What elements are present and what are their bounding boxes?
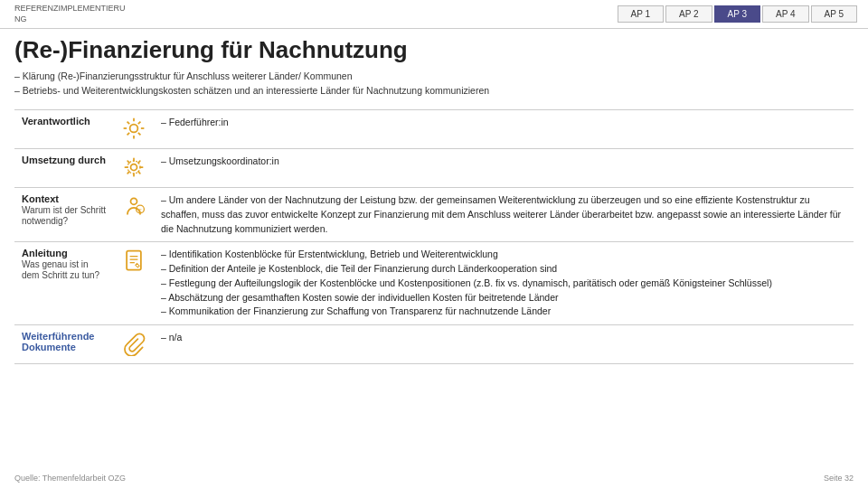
row-content: – Federführer:in bbox=[154, 110, 854, 149]
table-row: Weiterführende Dokumente – n/a bbox=[14, 325, 854, 364]
list-item: Festlegung der Aufteilungslogik der Kost… bbox=[161, 277, 846, 291]
list-item: Identifikation Kostenblöcke für Erstentw… bbox=[161, 248, 846, 262]
row-content: Identifikation Kostenblöcke für Erstentw… bbox=[154, 242, 854, 325]
svg-line-8 bbox=[127, 133, 130, 136]
main-table: Verantwortlich – Federführer:inUmsetzung… bbox=[14, 109, 854, 364]
table-row: Umsetzung durch – Umsetzungskoordinator:… bbox=[14, 149, 854, 188]
ap-tab-ap2[interactable]: AP 2 bbox=[665, 5, 712, 23]
table-row: KontextWarum ist der Schritt notwendig? … bbox=[14, 188, 854, 242]
list-item: Definition der Anteile je Kostenblock, d… bbox=[161, 262, 846, 277]
row-content: Um andere Länder von der Nachnutzung der… bbox=[154, 188, 854, 242]
page-subtitle: Klärung (Re-)Finanzierungsstruktur für A… bbox=[14, 69, 854, 99]
row-label: Verantwortlich bbox=[14, 110, 114, 149]
footer-page: Seite 32 bbox=[824, 474, 854, 483]
row-label: KontextWarum ist der Schritt notwendig? bbox=[14, 188, 114, 242]
svg-line-5 bbox=[127, 122, 130, 125]
subtitle-item: Betriebs- und Weiterentwicklungskosten s… bbox=[14, 83, 854, 99]
row-content: – Umsetzungskoordinator:in bbox=[154, 149, 854, 188]
ap-tab-ap3[interactable]: AP 3 bbox=[714, 5, 761, 23]
page-title-area: (Re-)Finanzierung für Nachnutzung Klärun… bbox=[0, 29, 868, 102]
svg-point-11 bbox=[131, 198, 137, 204]
ap-tabs: AP 1AP 2AP 3AP 4AP 5 bbox=[618, 5, 858, 23]
row-icon-sun bbox=[114, 110, 154, 149]
ap-tab-ap4[interactable]: AP 4 bbox=[762, 5, 809, 23]
svg-point-0 bbox=[130, 125, 138, 133]
page-title: (Re-)Finanzierung für Nachnutzung bbox=[14, 36, 854, 64]
row-label: Umsetzung durch bbox=[14, 149, 114, 188]
ap-tab-ap5[interactable]: AP 5 bbox=[811, 5, 858, 23]
table-row: Verantwortlich – Federführer:in bbox=[14, 110, 854, 149]
ap-tab-ap1[interactable]: AP 1 bbox=[618, 5, 665, 23]
row-icon-document bbox=[114, 242, 154, 325]
list-item: Abschätzung der gesamthaften Kosten sowi… bbox=[161, 291, 846, 305]
header: REFERENZIMPLEMENTIERU NG AP 1AP 2AP 3AP … bbox=[0, 0, 868, 29]
svg-text:€: € bbox=[138, 207, 142, 213]
svg-point-9 bbox=[131, 164, 137, 171]
row-label: Weiterführende Dokumente bbox=[14, 325, 114, 364]
footer-source: Quelle: Themenfeldarbeit OZG bbox=[14, 474, 126, 483]
row-icon-gear bbox=[114, 149, 154, 188]
header-title: REFERENZIMPLEMENTIERU NG bbox=[14, 4, 126, 24]
list-item: Kommunikation der Finanzierung zur Schaf… bbox=[161, 305, 846, 319]
row-content: – n/a bbox=[154, 325, 854, 364]
subtitle-item: Klärung (Re-)Finanzierungsstruktur für A… bbox=[14, 69, 854, 84]
table-row: AnleitungWas genau ist in dem Schritt zu… bbox=[14, 242, 854, 325]
svg-line-6 bbox=[138, 133, 141, 136]
row-icon-person: € bbox=[114, 188, 154, 242]
row-label: AnleitungWas genau ist in dem Schritt zu… bbox=[14, 242, 114, 325]
footer: Quelle: Themenfeldarbeit OZG Seite 32 bbox=[14, 474, 854, 483]
svg-line-7 bbox=[138, 122, 141, 125]
row-icon-paperclip bbox=[114, 325, 154, 364]
